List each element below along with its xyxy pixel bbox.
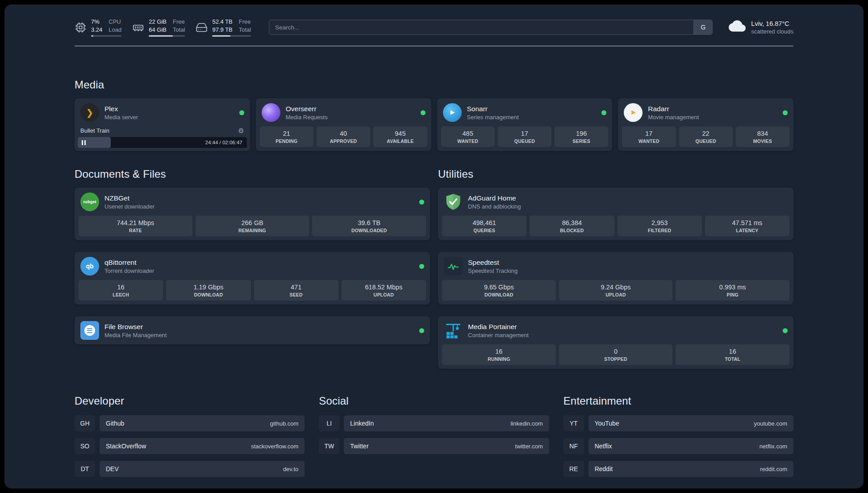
status-dot [419,264,424,269]
speedtest-card[interactable]: Speedtest Speedtest Tracking 9.65 Gbps D… [438,252,793,305]
stat-label: RUNNING [443,356,555,362]
bookmark-github[interactable]: GH Github github.com [75,415,305,431]
stat-value: 21 [261,130,312,137]
cpu-load-value: 3.24 [91,26,102,34]
stat-upload: 618.52 Mbps UPLOAD [342,280,426,301]
stat-seed: 471 SEED [254,280,338,301]
filebrowser-icon [80,321,99,340]
bookmark-netflix[interactable]: NF Netflix netflix.com [563,438,793,454]
bookmark-twitter[interactable]: TW Twitter twitter.com [319,438,549,454]
memory-icon [132,21,144,33]
stat-wanted: 17 WANTED [622,126,676,147]
bookmark-stackoverflow[interactable]: SO StackOverflow stackoverflow.com [75,438,305,454]
service-desc: Speedtest Tracking [468,267,517,274]
stat-value: 39.6 TB [313,219,425,226]
portainer-card[interactable]: Media Portainer Container management 16 … [438,316,793,369]
stat-label: DOWNLOAD [443,292,555,297]
bookmark-name: LinkedIn [350,420,374,427]
qbittorrent-card[interactable]: qb qBittorrent Torrent downloader 16 LEE… [75,252,430,305]
stat-value: 47.571 ms [706,219,788,226]
now-playing-title: Bullet Train [80,127,109,134]
memory-total-value: 64 GiB [149,26,167,34]
stat-value: 196 [556,130,607,137]
stat-label: TOTAL [677,356,788,362]
bookmark-dev[interactable]: DT DEV dev.to [75,461,305,477]
radarr-card[interactable]: Radarr Movie management 17 WANTED 22 QUE… [618,98,793,151]
stat-label: SERIES [556,138,607,144]
bookmark-youtube[interactable]: YT YouTube youtube.com [563,415,793,431]
memory-usage-bar [149,35,185,37]
stat-blocked: 86,384 BLOCKED [530,216,614,236]
nzbget-card[interactable]: nzbget NZBGet Usenet downloader 744.21 M… [75,188,430,240]
status-dot [783,328,788,333]
stat-value: 618.52 Mbps [343,284,425,291]
speedtest-graph-icon [444,257,463,276]
stat-label: QUEUED [680,138,731,144]
status-dot [421,110,426,115]
service-name: AdGuard Home [468,194,521,202]
stat-label: APPROVED [318,138,369,144]
stat-label: LATENCY [706,228,788,233]
stat-ping: 0.993 ms PING [676,280,789,301]
filebrowser-card[interactable]: File Browser Media File Management [75,316,430,344]
bookmark-url: linkedin.com [510,420,542,427]
bookmark-name: Reddit [595,465,613,472]
stat-running: 16 RUNNING [442,344,556,365]
section-title-utilities: Utilities [438,168,793,180]
stat-value: 744.21 Mbps [80,219,191,226]
disk-usage-fill [212,35,230,37]
cloud-icon [729,20,746,35]
memory-free-label: Free [173,18,185,26]
stat-label: STOPPED [560,356,672,362]
search-input[interactable] [269,20,713,35]
stat-total: 16 TOTAL [676,344,789,365]
stat-value: 9.65 Gbps [443,284,555,291]
bookmark-abbr: DT [75,461,95,477]
bookmark-abbr: TW [319,438,339,454]
service-desc: Media Requests [286,114,328,121]
bookmark-url: dev.to [283,466,298,472]
stat-value: 834 [737,130,788,137]
disk-free-value: 52.4 TB [212,18,232,26]
dashboard-page: 7% 3.24 CPU Load [4,4,864,489]
gear-icon[interactable]: ⚙ [238,127,244,134]
service-name: Sonarr [467,105,519,113]
service-name: Radarr [648,105,699,113]
bookmark-abbr: NF [563,438,584,454]
playback-progress-bar[interactable]: 24:44 / 02:06:47 [78,137,247,148]
pause-icon[interactable] [82,140,86,145]
section-title-developer: Developer [75,395,305,407]
stat-download: 1.19 Gbps DOWNLOAD [166,280,250,301]
bookmark-linkedin[interactable]: LI LinkedIn linkedin.com [319,415,549,431]
service-name: qBittorrent [104,259,154,267]
header-divider [75,46,793,46]
stat-label: DOWNLOAD [167,292,249,297]
disk-widget: 52.4 TB 97.9 TB Free Total [196,18,251,37]
disk-total-label: Total [239,26,251,34]
search-provider-button[interactable]: G [693,20,712,34]
search-bar: G [269,20,713,35]
section-title-entertainment: Entertainment [563,395,793,407]
stat-upload: 9.24 Gbps UPLOAD [559,280,673,301]
plex-card[interactable]: ❯ Plex Media server Bullet Train ⚙ [75,98,250,151]
stat-latency: 47.571 ms LATENCY [705,216,789,236]
stat-value: 1.19 Gbps [167,284,249,291]
adguard-card[interactable]: AdGuard Home DNS and adblocking 498,461 … [438,188,793,240]
overseerr-card[interactable]: Overseerr Media Requests 21 PENDING 40 A… [256,98,431,151]
section-title-social: Social [319,395,549,407]
stat-value: 2,953 [619,219,701,226]
service-desc: Torrent downloader [104,267,154,274]
stat-label: DOWNLOADED [313,228,425,233]
bookmark-name: StackOverflow [106,443,146,450]
adguard-shield-icon [444,192,463,211]
stat-series: 196 SERIES [555,126,608,147]
sonarr-card[interactable]: Sonarr Series management 485 WANTED 17 Q… [437,98,613,151]
disk-free-label: Free [239,18,251,26]
stat-value: 17 [499,130,550,137]
section-media: Media ❯ Plex Media server Bullet Tr [75,79,793,151]
stat-approved: 40 APPROVED [317,126,370,147]
stat-rate: 744.21 Mbps RATE [79,216,192,236]
stat-value: 0.993 ms [677,284,788,291]
cpu-usage-fill [91,35,93,37]
bookmark-reddit[interactable]: RE Reddit reddit.com [563,461,793,477]
